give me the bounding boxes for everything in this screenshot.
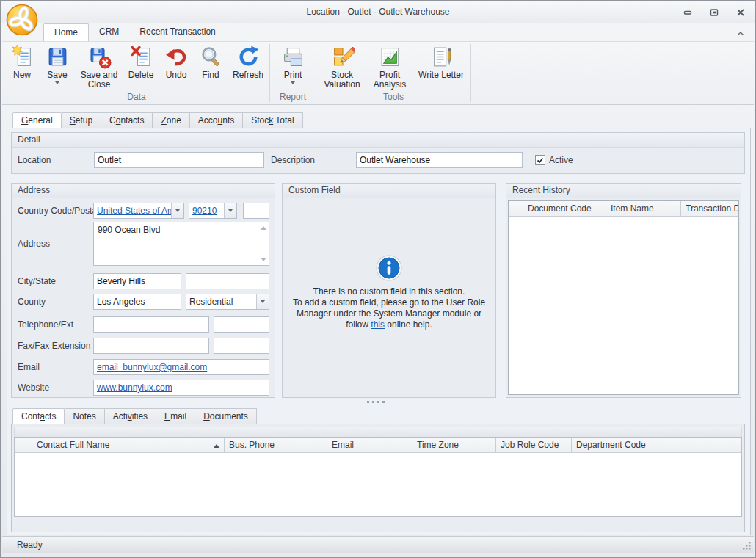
write-letter-button[interactable]: Write Letter (413, 42, 469, 80)
bottom-tab-contacts[interactable]: Contacts (12, 408, 65, 424)
chevron-down-icon (175, 209, 180, 212)
collapse-ribbon-button[interactable] (735, 29, 746, 37)
splitter-dot (382, 401, 385, 403)
website-field[interactable]: www.bunnylux.com (93, 380, 269, 396)
scroll-down-arrow[interactable] (261, 258, 266, 261)
fax-label: Fax/Fax Extension (18, 341, 93, 351)
splitter-handle[interactable] (365, 399, 387, 404)
county-input[interactable] (93, 294, 181, 310)
detail-group-header: Detail (12, 133, 744, 148)
status-bar: Ready (2, 536, 754, 553)
ribbon-tab-crm[interactable]: CRM (89, 23, 129, 41)
city-input[interactable] (93, 273, 181, 289)
sort-ascending-icon (214, 444, 219, 448)
fax-ext-input[interactable] (214, 338, 269, 354)
contacts-panel: Contact Full Name Bus. Phone Email Time … (11, 424, 745, 532)
recent-history-group: Recent History Document Code Item Name T… (506, 183, 741, 398)
print-dropdown-arrow[interactable] (291, 81, 295, 84)
address-label: Address (18, 239, 93, 249)
tab-setup[interactable]: Setup (62, 112, 101, 128)
country-combobox[interactable]: United States of Amer (93, 203, 184, 219)
detail-group: Detail Location Description Active (11, 132, 745, 174)
history-column-item-name[interactable]: Item Name (606, 201, 681, 217)
tab-stock-total[interactable]: Stock Total (243, 112, 302, 128)
postal-dropdown-button[interactable] (224, 203, 236, 218)
bottom-tab-notes[interactable]: Notes (65, 408, 104, 424)
minimize-icon (683, 9, 692, 16)
new-button[interactable]: New (5, 42, 39, 80)
history-column-transaction-date[interactable]: Transaction Date (681, 201, 738, 217)
location-label: Location (18, 155, 94, 165)
ribbon-group-label-report: Report (272, 92, 314, 104)
email-field[interactable]: email_bunnylux@gmail.com (93, 359, 269, 375)
fax-input[interactable] (93, 338, 209, 354)
country-dropdown-button[interactable] (171, 203, 183, 218)
splitter-dot (367, 401, 369, 403)
contacts-column-department-code[interactable]: Department Code (572, 438, 741, 453)
find-button[interactable]: Find (193, 42, 228, 80)
stock-valuation-button[interactable]: Stock Valuation (318, 42, 366, 90)
save-dropdown-arrow[interactable] (55, 81, 59, 84)
save-and-close-icon (87, 45, 112, 69)
email-link[interactable]: email_bunnylux@gmail.com (97, 362, 207, 372)
address-group: Address Country Code/Posta United States… (11, 183, 275, 398)
ribbon-separator (316, 44, 316, 102)
state-input[interactable] (186, 273, 269, 289)
status-text: Ready (17, 540, 43, 550)
postal-extra-input[interactable] (243, 203, 269, 219)
tab-contacts[interactable]: Contacts (101, 112, 153, 128)
description-label: Description (264, 155, 356, 165)
email-label: Email (18, 362, 93, 372)
print-button[interactable]: Print (272, 42, 314, 84)
telephone-ext-input[interactable] (214, 316, 269, 333)
refresh-button[interactable]: Refresh (228, 42, 268, 80)
website-label: Website (18, 383, 93, 393)
telephone-input[interactable] (93, 316, 209, 333)
contacts-column-email[interactable]: Email (327, 438, 412, 453)
restore-button[interactable] (707, 7, 722, 18)
active-checkbox[interactable] (535, 155, 545, 165)
history-column-indicator[interactable] (509, 201, 523, 217)
contacts-column-bus-phone[interactable]: Bus. Phone (225, 438, 327, 453)
tab-zone[interactable]: Zone (153, 112, 189, 128)
contacts-column-contact-full-name[interactable]: Contact Full Name (32, 438, 225, 453)
resize-grip[interactable] (742, 541, 752, 551)
contacts-table-body (15, 453, 741, 516)
ribbon-tab-recent-transaction[interactable]: Recent Transaction (129, 23, 225, 41)
bottom-tab-email[interactable]: Email (156, 408, 195, 424)
tab-general[interactable]: General (12, 112, 62, 128)
contacts-column-time-zone[interactable]: Time Zone (412, 438, 496, 453)
ribbon-tab-home[interactable]: Home (43, 23, 89, 41)
save-and-close-button[interactable]: Save and Close (76, 42, 123, 90)
general-tab-page: Detail Location Description Active Addre… (7, 128, 751, 535)
location-input[interactable] (94, 152, 264, 168)
application-menu-button[interactable] (5, 3, 39, 37)
profit-analysis-button[interactable]: Profit Analysis (366, 42, 413, 90)
ribbon-group-report: Print Report (272, 42, 314, 104)
minimize-button[interactable] (680, 7, 695, 18)
tab-accounts[interactable]: Accounts (190, 112, 243, 128)
contacts-column-indicator[interactable] (15, 438, 32, 453)
delete-button[interactable]: Delete (123, 42, 159, 80)
undo-arrow-icon (164, 45, 189, 69)
refresh-icon (236, 45, 261, 69)
bottom-tab-documents[interactable]: Documents (195, 408, 257, 424)
scroll-up-arrow[interactable] (261, 226, 266, 230)
online-help-link[interactable]: this (371, 319, 385, 330)
save-button[interactable]: Save (39, 42, 76, 84)
website-link[interactable]: www.bunnylux.com (97, 383, 172, 393)
address-textarea[interactable]: 990 Ocean Blvd (93, 222, 269, 266)
bottom-tab-activities[interactable]: Activities (105, 408, 156, 424)
history-column-document-code[interactable]: Document Code (523, 201, 606, 217)
description-input[interactable] (356, 152, 523, 168)
residence-type-dropdown-button[interactable] (256, 294, 269, 309)
splitter-dot (377, 401, 379, 403)
contacts-column-job-role-code[interactable]: Job Role Code (496, 438, 572, 453)
address-value: 990 Ocean Blvd (98, 225, 160, 235)
bottom-tab-strip: Contacts Notes Activities Email Document… (12, 408, 257, 424)
check-icon (537, 157, 544, 164)
residence-type-combobox[interactable]: Residential (186, 294, 269, 310)
undo-button[interactable]: Undo (159, 42, 193, 80)
close-button[interactable] (733, 7, 748, 18)
postal-code-combobox[interactable]: 90210 (189, 203, 237, 219)
